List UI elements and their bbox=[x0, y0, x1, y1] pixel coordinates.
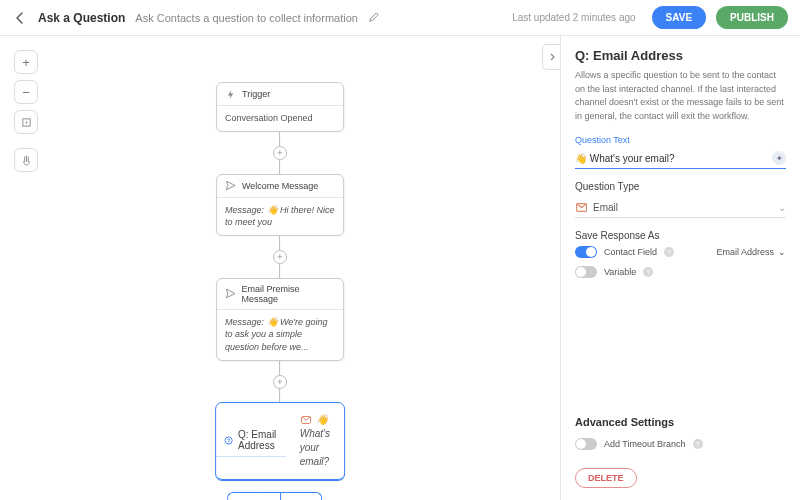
page-subtitle: Ask Contacts a question to collect infor… bbox=[135, 12, 358, 24]
zoom-out-button[interactable]: − bbox=[14, 80, 38, 104]
question-node[interactable]: Q: Email Address 👋 What's your email? bbox=[216, 403, 344, 480]
add-step-button[interactable]: + bbox=[273, 250, 287, 264]
help-icon[interactable]: ? bbox=[664, 247, 674, 257]
fit-view-button[interactable] bbox=[14, 110, 38, 134]
help-icon[interactable]: ? bbox=[693, 439, 703, 449]
advanced-settings-header: Advanced Settings bbox=[575, 416, 786, 428]
delete-button[interactable]: DELETE bbox=[575, 468, 637, 488]
question-type-select[interactable]: Email ⌄ bbox=[575, 197, 786, 218]
contact-field-select[interactable]: Email Address⌄ bbox=[716, 247, 786, 257]
lightning-icon bbox=[225, 88, 237, 100]
premise-node[interactable]: Email Premise Message Message: 👋 We're g… bbox=[216, 278, 344, 361]
variable-toggle[interactable] bbox=[575, 266, 597, 278]
zoom-in-button[interactable]: + bbox=[14, 50, 38, 74]
add-step-button[interactable]: + bbox=[273, 146, 287, 160]
send-icon bbox=[225, 288, 237, 300]
publish-button[interactable]: PUBLISH bbox=[716, 6, 788, 29]
inspector-panel: Q: Email Address Allows a specific quest… bbox=[560, 36, 800, 500]
page-title: Ask a Question bbox=[38, 11, 125, 25]
question-type-label: Question Type bbox=[575, 181, 786, 192]
panel-title: Q: Email Address bbox=[575, 48, 786, 63]
svg-point-1 bbox=[25, 121, 27, 123]
header: Ask a Question Ask Contacts a question t… bbox=[0, 0, 800, 36]
timeout-toggle[interactable] bbox=[575, 438, 597, 450]
last-updated: Last updated 2 minutes ago bbox=[512, 12, 635, 23]
pan-tool-button[interactable] bbox=[14, 148, 38, 172]
save-button[interactable]: SAVE bbox=[652, 6, 707, 29]
question-text-input[interactable]: 👋 What's your email? ✦ bbox=[575, 148, 786, 169]
send-icon bbox=[225, 180, 237, 192]
mail-icon bbox=[300, 414, 312, 426]
edit-title-icon[interactable] bbox=[368, 12, 379, 23]
question-icon bbox=[224, 434, 233, 446]
save-as-label: Save Response As bbox=[575, 230, 786, 241]
contact-field-toggle[interactable] bbox=[575, 246, 597, 258]
canvas-tools: + − bbox=[14, 50, 38, 172]
chevron-down-icon: ⌄ bbox=[778, 202, 786, 213]
question-text-label: Question Text bbox=[575, 135, 786, 145]
chevron-down-icon: ⌄ bbox=[778, 247, 786, 257]
ai-assist-icon[interactable]: ✦ bbox=[772, 151, 786, 165]
panel-description: Allows a specific question to be sent to… bbox=[575, 69, 786, 123]
help-icon[interactable]: ? bbox=[643, 267, 653, 277]
mail-icon bbox=[575, 201, 587, 213]
back-button[interactable] bbox=[12, 10, 28, 26]
welcome-node[interactable]: Welcome Message Message: 👋 Hi there! Nic… bbox=[216, 174, 344, 236]
collapse-panel-button[interactable] bbox=[542, 44, 560, 70]
add-step-button[interactable]: + bbox=[273, 375, 287, 389]
trigger-node[interactable]: Trigger Conversation Opened bbox=[216, 82, 344, 132]
workflow-canvas[interactable]: + − Trigger Conversation Opened + Welcom… bbox=[0, 36, 560, 500]
